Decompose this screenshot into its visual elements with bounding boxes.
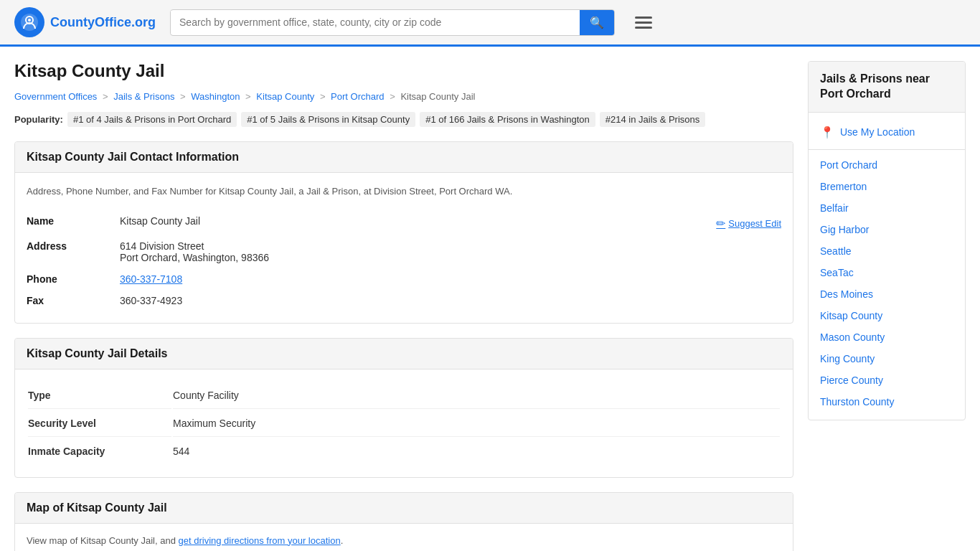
search-button[interactable]: 🔍 bbox=[580, 10, 614, 35]
map-header: Map of Kitsap County Jail bbox=[15, 493, 793, 524]
sidebar-link-belfair[interactable]: Belfair bbox=[809, 197, 965, 219]
sidebar-link-port-orchard[interactable]: Port Orchard bbox=[809, 154, 965, 176]
sidebar-link-kitsap-county[interactable]: Kitsap County bbox=[809, 305, 965, 326]
contact-table: Name Kitsap County Jail ✏ Suggest Edit A… bbox=[27, 210, 781, 311]
security-value: Maximum Security bbox=[173, 410, 780, 437]
sidebar-link-pierce-county[interactable]: Pierce County bbox=[809, 369, 965, 391]
details-header: Kitsap County Jail Details bbox=[15, 339, 793, 369]
details-section: Kitsap County Jail Details Type County F… bbox=[14, 338, 793, 478]
table-row: Fax 360-337-4923 bbox=[27, 290, 781, 311]
menu-icon bbox=[635, 17, 652, 19]
capacity-value: 544 bbox=[173, 438, 780, 464]
breadcrumb-current: Kitsap County Jail bbox=[400, 91, 475, 102]
map-section: Map of Kitsap County Jail View map of Ki… bbox=[14, 492, 793, 552]
sidebar-card: Jails & Prisons near Port Orchard 📍 Use … bbox=[808, 61, 966, 420]
suggest-edit-button[interactable]: ✏ Suggest Edit bbox=[716, 217, 781, 230]
popularity-bar: Popularity: #1 of 4 Jails & Prisons in P… bbox=[14, 112, 793, 127]
menu-icon bbox=[635, 22, 652, 24]
sidebar-link-seattle[interactable]: Seattle bbox=[809, 240, 965, 262]
fax-label: Fax bbox=[27, 290, 120, 311]
sidebar-header: Jails & Prisons near Port Orchard bbox=[809, 62, 965, 113]
contact-header: Kitsap County Jail Contact Information bbox=[15, 142, 793, 173]
popularity-item: #1 of 5 Jails & Prisons in Kitsap County bbox=[241, 112, 415, 127]
breadcrumb-link[interactable]: Port Orchard bbox=[331, 91, 384, 102]
edit-icon: ✏ bbox=[716, 217, 725, 230]
sidebar-link-des-moines[interactable]: Des Moines bbox=[809, 283, 965, 305]
search-icon: 🔍 bbox=[590, 17, 604, 29]
type-value: County Facility bbox=[173, 382, 780, 409]
table-row: Security Level Maximum Security bbox=[28, 410, 780, 437]
sidebar-link-mason-county[interactable]: Mason County bbox=[809, 326, 965, 348]
address-label: Address bbox=[27, 235, 120, 268]
popularity-item: #214 in Jails & Prisons bbox=[600, 112, 706, 127]
sidebar-body: 📍 Use My Location Port Orchard Bremerton… bbox=[809, 113, 965, 420]
site-header: CountyOffice.org 🔍 bbox=[0, 0, 980, 47]
page-title: Kitsap County Jail bbox=[14, 61, 793, 81]
directions-link[interactable]: get driving directions from your locatio… bbox=[179, 535, 341, 546]
details-table: Type County Facility Security Level Maxi… bbox=[27, 381, 781, 466]
menu-icon bbox=[635, 27, 652, 29]
map-description: View map of Kitsap County Jail, and get … bbox=[27, 535, 781, 546]
sidebar-link-bremerton[interactable]: Bremerton bbox=[809, 176, 965, 197]
sidebar-link-gig-harbor[interactable]: Gig Harbor bbox=[809, 219, 965, 240]
breadcrumb-link[interactable]: Government Offices bbox=[14, 91, 97, 102]
sidebar-link-king-county[interactable]: King County bbox=[809, 348, 965, 369]
breadcrumb: Government Offices > Jails & Prisons > W… bbox=[14, 91, 793, 102]
table-row: Type County Facility bbox=[28, 382, 780, 409]
phone-label: Phone bbox=[27, 268, 120, 290]
phone-link[interactable]: 360-337-7108 bbox=[120, 273, 182, 285]
logo-icon bbox=[14, 7, 44, 37]
name-label: Name bbox=[27, 210, 120, 235]
logo-text: CountyOffice.org bbox=[50, 15, 156, 30]
capacity-label: Inmate Capacity bbox=[28, 438, 171, 464]
fax-value: 360-337-4923 bbox=[120, 290, 781, 311]
popularity-label: Popularity: bbox=[14, 114, 63, 125]
search-container: 🔍 bbox=[170, 9, 615, 36]
type-label: Type bbox=[28, 382, 171, 409]
contact-section: Kitsap County Jail Contact Information A… bbox=[14, 141, 793, 324]
sidebar-divider bbox=[809, 149, 965, 150]
main-container: Kitsap County Jail Government Offices > … bbox=[0, 47, 980, 551]
breadcrumb-link[interactable]: Jails & Prisons bbox=[113, 91, 174, 102]
menu-button[interactable] bbox=[629, 14, 658, 32]
contact-description: Address, Phone Number, and Fax Number fo… bbox=[27, 184, 781, 199]
map-body: View map of Kitsap County Jail, and get … bbox=[15, 524, 793, 552]
table-row: Phone 360-337-7108 bbox=[27, 268, 781, 290]
logo-link[interactable]: CountyOffice.org bbox=[14, 7, 156, 37]
search-input[interactable] bbox=[171, 11, 580, 34]
table-row: Address 614 Division Street Port Orchard… bbox=[27, 235, 781, 268]
sidebar-link-seatac[interactable]: SeaTac bbox=[809, 262, 965, 283]
sidebar: Jails & Prisons near Port Orchard 📍 Use … bbox=[808, 61, 966, 551]
use-location-button[interactable]: 📍 Use My Location bbox=[809, 120, 965, 145]
details-body: Type County Facility Security Level Maxi… bbox=[15, 369, 793, 477]
name-value: Kitsap County Jail ✏ Suggest Edit bbox=[120, 210, 781, 235]
breadcrumb-link[interactable]: Kitsap County bbox=[256, 91, 314, 102]
popularity-item: #1 of 4 Jails & Prisons in Port Orchard bbox=[67, 112, 237, 127]
content-area: Kitsap County Jail Government Offices > … bbox=[14, 61, 793, 551]
contact-body: Address, Phone Number, and Fax Number fo… bbox=[15, 173, 793, 323]
sidebar-link-thurston-county[interactable]: Thurston County bbox=[809, 391, 965, 413]
address-value: 614 Division Street Port Orchard, Washin… bbox=[120, 235, 781, 268]
phone-value: 360-337-7108 bbox=[120, 268, 781, 290]
table-row: Inmate Capacity 544 bbox=[28, 438, 780, 464]
security-label: Security Level bbox=[28, 410, 171, 437]
popularity-item: #1 of 166 Jails & Prisons in Washington bbox=[420, 112, 595, 127]
breadcrumb-link[interactable]: Washington bbox=[191, 91, 240, 102]
svg-point-2 bbox=[28, 19, 31, 22]
location-icon: 📍 bbox=[820, 126, 834, 139]
table-row: Name Kitsap County Jail ✏ Suggest Edit bbox=[27, 210, 781, 235]
